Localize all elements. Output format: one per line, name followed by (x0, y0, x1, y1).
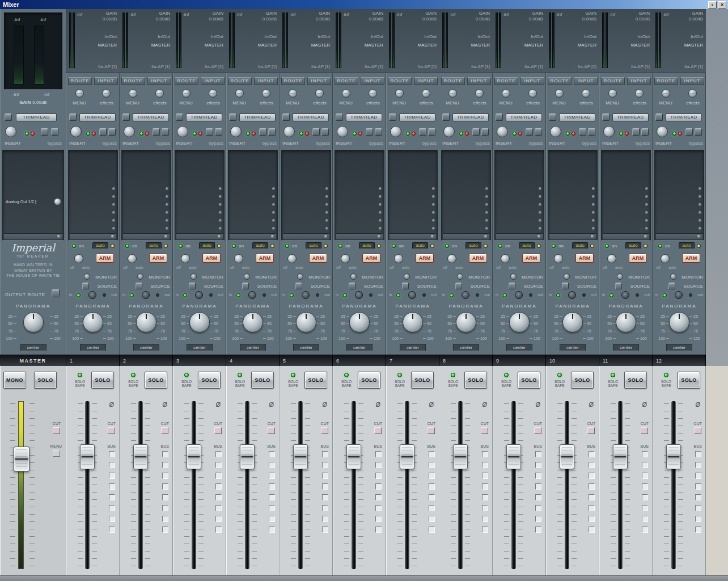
bus-checkbox[interactable] (535, 451, 541, 457)
insert-button[interactable] (579, 128, 586, 136)
source-button[interactable] (295, 283, 302, 289)
cut-button[interactable] (481, 427, 488, 434)
bus-checkbox[interactable] (695, 483, 701, 490)
pan-value-readout[interactable]: center (133, 344, 159, 351)
fader-track[interactable] (85, 401, 90, 569)
input-fx-knob[interactable] (262, 89, 270, 98)
route-menu-label[interactable]: MENU (653, 100, 679, 106)
bus-checkbox[interactable] (322, 494, 328, 500)
bus-checkbox[interactable] (269, 483, 275, 490)
bus-checkbox[interactable] (642, 483, 648, 490)
volume-fader[interactable] (80, 444, 95, 469)
route-section-header[interactable]: ROUTE (228, 77, 252, 85)
input-section-header[interactable]: INPUT (414, 77, 438, 85)
bus-checkbox[interactable] (482, 462, 488, 468)
bus-checkbox[interactable] (642, 494, 648, 500)
pan-knob[interactable] (562, 312, 583, 332)
bus-checkbox[interactable] (375, 473, 382, 479)
record-arm-button[interactable]: ARM (629, 254, 647, 263)
pan-knob[interactable] (349, 312, 370, 332)
solo-safe-led[interactable] (131, 373, 136, 377)
record-mode-knob[interactable] (501, 254, 510, 263)
bus-checkbox[interactable] (162, 505, 168, 511)
automation-button[interactable]: auto (146, 242, 162, 249)
channel-tab[interactable]: 4 (226, 355, 280, 366)
io-select-knob[interactable] (88, 291, 96, 299)
volume-fader[interactable] (613, 444, 628, 469)
trim-read-button[interactable]: TRIM/READ (666, 113, 702, 121)
bus-checkbox[interactable] (162, 451, 168, 457)
io-select-knob[interactable] (462, 291, 469, 299)
bus-checkbox[interactable] (109, 516, 115, 522)
bypass-button[interactable] (428, 128, 435, 136)
bus-checkbox[interactable] (162, 527, 168, 533)
fader-track[interactable] (192, 401, 196, 569)
bypass-button[interactable] (535, 128, 542, 136)
automation-button[interactable]: auto (465, 242, 481, 249)
input-section-header[interactable]: INPUT (201, 77, 225, 85)
bus-checkbox[interactable] (429, 473, 435, 479)
bus-checkbox[interactable] (429, 494, 435, 500)
effects-label[interactable]: effects (147, 100, 173, 106)
bus-checkbox[interactable] (482, 451, 488, 457)
automation-button[interactable]: auto (252, 242, 268, 249)
bus-checkbox[interactable] (695, 516, 701, 522)
cut-button[interactable] (587, 427, 595, 434)
record-arm-button[interactable]: ARM (149, 254, 167, 263)
channel-tab[interactable]: 7 (386, 355, 439, 366)
fx-add-slot[interactable] (4, 233, 62, 239)
source-button[interactable] (136, 283, 142, 289)
bus-checkbox[interactable] (109, 451, 115, 457)
automation-button[interactable]: auto (306, 242, 321, 249)
trim-mode-button[interactable] (69, 113, 77, 121)
trim-mode-button[interactable] (122, 113, 130, 121)
channel-tab[interactable]: 5 (280, 355, 333, 366)
input-section-header[interactable]: INPUT (147, 77, 171, 85)
trim-mode-button[interactable] (336, 113, 343, 121)
fader-track[interactable] (352, 401, 356, 569)
volume-fader[interactable] (240, 444, 255, 469)
bus-checkbox[interactable] (109, 483, 115, 490)
io-select-knob[interactable] (302, 291, 310, 299)
bus-checkbox[interactable] (322, 527, 328, 533)
solo-button[interactable]: SOLO (624, 372, 647, 389)
bus-checkbox[interactable] (535, 494, 541, 500)
master-tab[interactable]: MASTER (0, 355, 66, 366)
route-menu-label[interactable]: MENU (386, 100, 412, 106)
input-section-header[interactable]: INPUT (680, 77, 704, 85)
source-button[interactable] (82, 283, 89, 289)
source-button[interactable] (615, 283, 622, 289)
solo-safe-led[interactable] (238, 373, 242, 377)
fx-insert-list[interactable] (654, 150, 704, 241)
route-section-header[interactable]: ROUTE (388, 77, 412, 85)
record-mode-knob[interactable] (128, 254, 137, 263)
pan-value-readout[interactable]: center (187, 344, 213, 351)
bus-checkbox[interactable] (322, 462, 328, 468)
effects-label[interactable]: effects (627, 100, 653, 106)
route-menu-label[interactable]: MENU (66, 100, 92, 106)
route-menu-label[interactable]: MENU (333, 100, 359, 106)
bus-checkbox[interactable] (269, 505, 275, 511)
trim-mode-button[interactable] (229, 113, 236, 121)
bus-checkbox[interactable] (642, 462, 648, 468)
pan-knob[interactable] (296, 312, 316, 332)
bus-checkbox[interactable] (482, 527, 488, 533)
source-button[interactable] (668, 283, 675, 289)
bus-checkbox[interactable] (642, 451, 648, 457)
bus-checkbox[interactable] (375, 494, 382, 500)
insert-gain-knob[interactable] (337, 126, 348, 137)
phase-invert-icon[interactable]: Ø (695, 401, 700, 408)
volume-fader[interactable] (293, 444, 308, 469)
track-on-led[interactable] (658, 244, 662, 248)
effects-label[interactable]: effects (94, 100, 120, 106)
insert-button[interactable] (685, 128, 693, 136)
channel-tab[interactable]: 12 (653, 355, 706, 366)
route-section-header[interactable]: ROUTE (175, 77, 198, 85)
effects-label[interactable]: effects (520, 100, 546, 106)
bus-checkbox[interactable] (375, 527, 382, 533)
monitor-button[interactable] (617, 273, 623, 280)
fx-add-slot[interactable] (390, 233, 436, 239)
route-menu-knob[interactable] (182, 89, 191, 98)
bus-checkbox[interactable] (375, 505, 382, 511)
bus-checkbox[interactable] (642, 527, 648, 533)
